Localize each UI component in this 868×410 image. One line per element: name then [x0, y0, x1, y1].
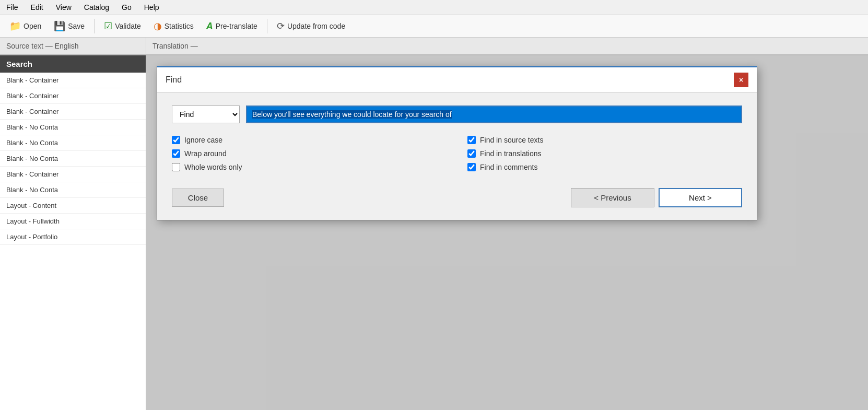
pretranslate-button[interactable]: A Pre-translate [201, 19, 263, 34]
open-label: Open [24, 22, 41, 30]
list-item[interactable]: Blank - No Conta [0, 135, 146, 151]
menu-view[interactable]: View [54, 2, 74, 13]
search-input[interactable] [246, 106, 742, 123]
find-in-source-checkbox[interactable] [467, 136, 476, 144]
list-item[interactable]: Blank - Container [0, 88, 146, 104]
validate-label: Validate [115, 22, 141, 30]
list-item[interactable]: Layout - Fullwidth [0, 214, 146, 229]
save-label: Save [68, 22, 85, 30]
sidebar-header: Search [0, 55, 146, 73]
column-headers: Source text — English Translation — [0, 38, 868, 55]
folder-icon: 📁 [9, 20, 21, 32]
dialog-titlebar: Find × [157, 67, 757, 93]
menu-go[interactable]: Go [120, 2, 134, 13]
find-in-source-option[interactable]: Find in source texts [467, 136, 742, 144]
find-in-translations-label: Find in translations [480, 149, 542, 158]
validate-icon: ☑ [104, 20, 112, 32]
open-button[interactable]: 📁 Open [4, 18, 46, 34]
nav-buttons: < Previous Next > [571, 188, 742, 207]
list-item[interactable]: Blank - Container [0, 73, 146, 88]
save-button[interactable]: 💾 Save [49, 18, 90, 34]
update-icon: ⟳ [277, 20, 285, 32]
find-in-translations-option[interactable]: Find in translations [467, 149, 742, 158]
separator-1 [94, 19, 95, 33]
statistics-button[interactable]: ◑ Statistics [148, 18, 199, 34]
menubar: File Edit View Catalog Go Help [0, 0, 868, 15]
whole-words-checkbox[interactable] [172, 163, 180, 171]
next-button[interactable]: Next > [659, 188, 742, 207]
options-grid: Ignore case Find in source texts Wrap ar… [172, 136, 742, 171]
ignore-case-label: Ignore case [184, 136, 222, 144]
list-item[interactable]: Blank - No Conta [0, 120, 146, 135]
list-item[interactable]: Layout - Content [0, 198, 146, 214]
menu-edit[interactable]: Edit [29, 2, 45, 13]
list-item[interactable]: Blank - No Conta [0, 151, 146, 167]
modal-overlay: Find × Find Find & Replace [146, 55, 868, 410]
close-button[interactable]: Close [172, 189, 224, 207]
dialog-footer: Close < Previous Next > [172, 186, 742, 207]
find-in-source-label: Find in source texts [480, 136, 543, 144]
dialog-body: Find Find & Replace Ignore case [157, 93, 757, 220]
list-item[interactable]: Blank - Container [0, 104, 146, 120]
pretranslate-icon: A [206, 21, 213, 32]
menu-catalog[interactable]: Catalog [82, 2, 111, 13]
find-in-comments-checkbox[interactable] [467, 163, 476, 171]
menu-help[interactable]: Help [142, 2, 161, 13]
list-item[interactable]: Layout - Portfolio [0, 229, 146, 245]
find-in-translations-checkbox[interactable] [467, 149, 476, 158]
wrap-around-option[interactable]: Wrap around [172, 149, 447, 158]
search-row: Find Find & Replace [172, 106, 742, 123]
dialog-close-button[interactable]: × [734, 73, 748, 87]
whole-words-label: Whole words only [184, 163, 242, 171]
main-area: Search Blank - Container Blank - Contain… [0, 55, 868, 410]
whole-words-option[interactable]: Whole words only [172, 163, 447, 171]
pretranslate-label: Pre-translate [216, 22, 257, 30]
list-item[interactable]: Blank - No Conta [0, 182, 146, 198]
sidebar: Search Blank - Container Blank - Contain… [0, 55, 146, 410]
wrap-around-checkbox[interactable] [172, 149, 180, 158]
find-type-dropdown[interactable]: Find Find & Replace [172, 106, 240, 123]
wrap-around-label: Wrap around [184, 149, 227, 158]
previous-button[interactable]: < Previous [571, 188, 654, 207]
find-in-comments-option[interactable]: Find in comments [467, 163, 742, 171]
find-in-comments-label: Find in comments [480, 163, 537, 171]
update-from-code-button[interactable]: ⟳ Update from code [272, 18, 350, 34]
source-column-header: Source text — English [0, 38, 146, 54]
statistics-icon: ◑ [154, 20, 162, 32]
separator-2 [267, 19, 267, 33]
translation-header-text: Translation — [153, 42, 198, 50]
validate-button[interactable]: ☑ Validate [99, 18, 146, 34]
source-header-text: Source text — English [6, 42, 79, 50]
toolbar: 📁 Open 💾 Save ☑ Validate ◑ Statistics A … [0, 15, 868, 38]
ignore-case-checkbox[interactable] [172, 136, 180, 144]
ignore-case-option[interactable]: Ignore case [172, 136, 447, 144]
content-area: Find × Find Find & Replace [146, 55, 868, 410]
statistics-label: Statistics [165, 22, 194, 30]
find-dialog: Find × Find Find & Replace [157, 66, 757, 220]
dialog-title: Find [166, 75, 182, 85]
translation-column-header: Translation — [146, 38, 868, 54]
save-icon: 💾 [54, 20, 65, 32]
list-item[interactable]: Blank - Container [0, 167, 146, 182]
update-label: Update from code [287, 22, 345, 30]
menu-file[interactable]: File [4, 2, 20, 13]
